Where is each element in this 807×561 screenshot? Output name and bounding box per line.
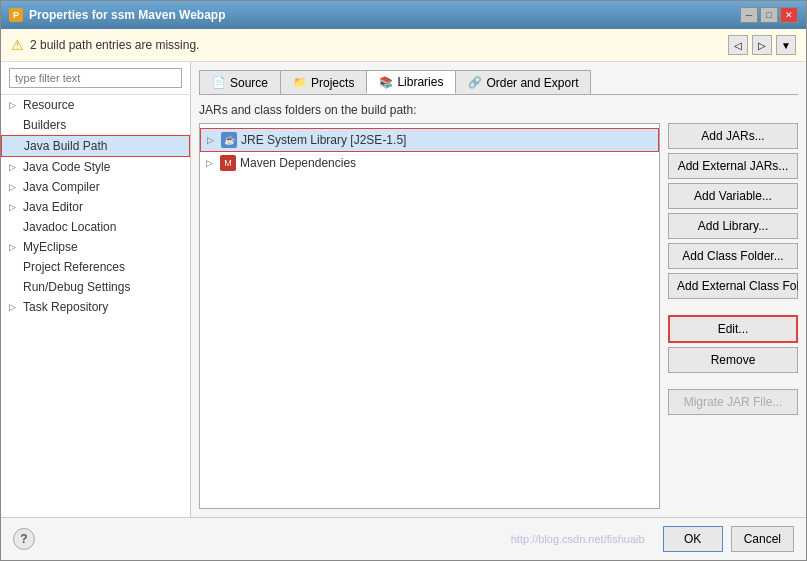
tabs-bar: 📄 Source 📁 Projects 📚 Libraries 🔗 Order … [199, 70, 798, 95]
add-variable-button[interactable]: Add Variable... [668, 183, 798, 209]
panel-body: ▷ ☕ JRE System Library [J2SE-1.5] ▷ M Ma… [199, 123, 798, 509]
ok-button[interactable]: OK [663, 526, 723, 552]
list-item-maven[interactable]: ▷ M Maven Dependencies [200, 152, 659, 174]
nav-dropdown-button[interactable]: ▼ [776, 35, 796, 55]
add-external-class-folder-button[interactable]: Add External Class Folder... [668, 273, 798, 299]
title-controls: ─ □ ✕ [740, 7, 798, 23]
nav-forward-button[interactable]: ▷ [752, 35, 772, 55]
help-button[interactable]: ? [13, 528, 35, 550]
sidebar-item-run-debug-settings[interactable]: Run/Debug Settings [1, 277, 190, 297]
bottom-bar: ? http://blog.csdn.net/fishuaib OK Cance… [1, 517, 806, 560]
right-panel: 📄 Source 📁 Projects 📚 Libraries 🔗 Order … [191, 62, 806, 517]
sidebar-item-builders[interactable]: Builders [1, 115, 190, 135]
projects-tab-icon: 📁 [293, 76, 307, 89]
source-tab-icon: 📄 [212, 76, 226, 89]
add-jars-button[interactable]: Add JARs... [668, 123, 798, 149]
sidebar-item-project-references[interactable]: Project References [1, 257, 190, 277]
migrate-jar-button[interactable]: Migrate JAR File... [668, 389, 798, 415]
sidebar-item-java-compiler[interactable]: ▷ Java Compiler [1, 177, 190, 197]
sidebar-item-javadoc-location[interactable]: Javadoc Location [1, 217, 190, 237]
edit-button[interactable]: Edit... [668, 315, 798, 343]
window-content: ⚠ 2 build path entries are missing. ◁ ▷ … [1, 29, 806, 560]
filter-input[interactable] [9, 68, 182, 88]
arrow-icon: ▷ [9, 302, 23, 312]
arrow-icon: ▷ [9, 182, 23, 192]
tab-source[interactable]: 📄 Source [199, 70, 281, 94]
arrow-icon: ▷ [9, 162, 23, 172]
main-area: ▷ Resource Builders Java Build Path ▷ Ja… [1, 62, 806, 517]
jre-arrow-icon: ▷ [207, 135, 221, 145]
title-bar: P Properties for ssm Maven Webapp ─ □ ✕ [1, 1, 806, 29]
filter-box [1, 62, 190, 95]
sidebar-item-java-code-style[interactable]: ▷ Java Code Style [1, 157, 190, 177]
arrow-icon: ▷ [9, 242, 23, 252]
add-external-jars-button[interactable]: Add External JARs... [668, 153, 798, 179]
warning-text: 2 build path entries are missing. [30, 38, 199, 52]
maven-icon: M [220, 155, 236, 171]
sidebar-item-java-build-path[interactable]: Java Build Path [1, 135, 190, 157]
bottom-right: http://blog.csdn.net/fishuaib OK Cancel [511, 526, 794, 552]
warning-actions: ◁ ▷ ▼ [728, 35, 796, 55]
remove-button[interactable]: Remove [668, 347, 798, 373]
cancel-button[interactable]: Cancel [731, 526, 794, 552]
nav-back-button[interactable]: ◁ [728, 35, 748, 55]
sidebar-item-myeclipse[interactable]: ▷ MyEclipse [1, 237, 190, 257]
libraries-tab-icon: 📚 [379, 76, 393, 89]
add-library-button[interactable]: Add Library... [668, 213, 798, 239]
sidebar-item-java-editor[interactable]: ▷ Java Editor [1, 197, 190, 217]
warning-left: ⚠ 2 build path entries are missing. [11, 37, 199, 53]
window-icon: P [9, 8, 23, 22]
order-export-tab-icon: 🔗 [468, 76, 482, 89]
build-path-list[interactable]: ▷ ☕ JRE System Library [J2SE-1.5] ▷ M Ma… [199, 123, 660, 509]
arrow-icon: ▷ [9, 202, 23, 212]
maven-arrow-icon: ▷ [206, 158, 220, 168]
window-title: Properties for ssm Maven Webapp [29, 8, 226, 22]
jre-lib-icon: ☕ [221, 132, 237, 148]
tab-order-export[interactable]: 🔗 Order and Export [455, 70, 591, 94]
tab-libraries[interactable]: 📚 Libraries [366, 70, 456, 94]
sidebar-item-resource[interactable]: ▷ Resource [1, 95, 190, 115]
sidebar: ▷ Resource Builders Java Build Path ▷ Ja… [1, 62, 191, 517]
panel-description: JARs and class folders on the build path… [199, 103, 798, 117]
minimize-button[interactable]: ─ [740, 7, 758, 23]
maximize-button[interactable]: □ [760, 7, 778, 23]
warning-icon: ⚠ [11, 37, 24, 53]
warning-bar: ⚠ 2 build path entries are missing. ◁ ▷ … [1, 29, 806, 62]
list-item-jre[interactable]: ▷ ☕ JRE System Library [J2SE-1.5] [200, 128, 659, 152]
tab-projects[interactable]: 📁 Projects [280, 70, 367, 94]
title-bar-left: P Properties for ssm Maven Webapp [9, 8, 226, 22]
sidebar-item-task-repository[interactable]: ▷ Task Repository [1, 297, 190, 317]
arrow-icon: ▷ [9, 100, 23, 110]
close-button[interactable]: ✕ [780, 7, 798, 23]
watermark-text: http://blog.csdn.net/fishuaib [511, 533, 645, 545]
properties-window: P Properties for ssm Maven Webapp ─ □ ✕ … [0, 0, 807, 561]
add-class-folder-button[interactable]: Add Class Folder... [668, 243, 798, 269]
buttons-panel: Add JARs... Add External JARs... Add Var… [668, 123, 798, 509]
